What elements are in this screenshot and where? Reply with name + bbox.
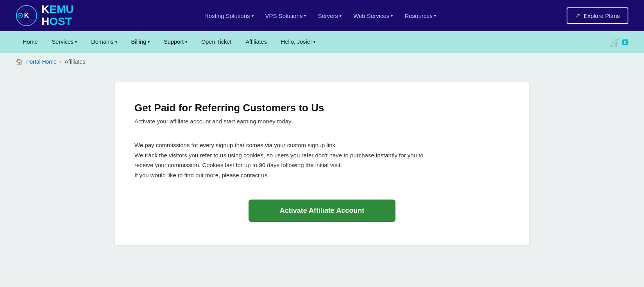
- breadcrumb: 🏠 Portal Home › Affiliates: [0, 53, 644, 71]
- card-title: Get Paid for Referring Customers to Us: [134, 102, 510, 114]
- chevron-down-icon: ▾: [313, 31, 315, 53]
- chevron-down-icon: ▾: [304, 14, 306, 18]
- card-body: We pay commissions for every signup that…: [134, 140, 510, 180]
- chevron-down-icon: ▾: [391, 14, 393, 18]
- chevron-down-icon: ▾: [340, 14, 342, 18]
- nav-resources[interactable]: Resources ▾: [404, 12, 436, 19]
- chevron-down-icon: ▾: [434, 14, 436, 18]
- chevron-down-icon: ▾: [115, 31, 117, 53]
- nav-vps-solutions[interactable]: VPS Solutions ▾: [265, 12, 306, 19]
- cart-area[interactable]: 🛒 0: [610, 37, 628, 47]
- nav-hosting-solutions[interactable]: Hosting Solutions ▾: [204, 12, 254, 19]
- svg-text:K: K: [24, 12, 29, 20]
- sec-nav-open-ticket[interactable]: Open Ticket: [194, 31, 238, 53]
- sec-nav-billing[interactable]: Billing ▾: [124, 31, 157, 53]
- breadcrumb-separator: ›: [60, 59, 62, 65]
- body-line-2: We track the visitors you refer to us us…: [134, 150, 510, 160]
- breadcrumb-current: Affiliates: [64, 59, 85, 65]
- cart-badge: 0: [622, 39, 628, 45]
- external-link-icon: ↗: [575, 12, 580, 19]
- chevron-down-icon: ▾: [148, 31, 150, 53]
- sec-nav-services[interactable]: Services ▾: [45, 31, 84, 53]
- sec-nav-home[interactable]: Home: [16, 31, 45, 53]
- affiliate-card: Get Paid for Referring Customers to Us A…: [115, 82, 529, 245]
- body-line-1: We pay commissions for every signup that…: [134, 140, 510, 150]
- explore-plans-button[interactable]: ↗ Explore Plans: [567, 7, 628, 24]
- body-line-3: receive your commission. Cookies last fo…: [134, 160, 510, 170]
- chevron-down-icon: ▾: [252, 14, 254, 18]
- sec-nav-domains[interactable]: Domains ▾: [84, 31, 124, 53]
- sec-nav-affiliates[interactable]: Affiliates: [238, 31, 274, 53]
- activate-affiliate-button[interactable]: Activate Affiliate Account: [249, 200, 396, 222]
- chevron-down-icon: ▾: [185, 31, 187, 53]
- sec-menu: Home Services ▾ Domains ▾ Billing ▾ Supp…: [16, 31, 322, 53]
- main-content: Get Paid for Referring Customers to Us A…: [0, 71, 644, 287]
- logo-icon: K: [16, 5, 38, 27]
- chevron-down-icon: ▾: [75, 31, 77, 53]
- sec-nav-hello-josie[interactable]: Hello, Josie! ▾: [274, 31, 322, 53]
- brand-name: KEMU HOST: [41, 4, 73, 28]
- nav-servers[interactable]: Servers ▾: [318, 12, 342, 19]
- secondary-navigation: Home Services ▾ Domains ▾ Billing ▾ Supp…: [0, 31, 644, 53]
- home-icon: 🏠: [16, 58, 23, 65]
- nav-web-services[interactable]: Web Services ▾: [353, 12, 393, 19]
- card-subtitle: Activate your affiliate account and star…: [134, 118, 510, 125]
- logo[interactable]: K KEMU HOST: [16, 4, 73, 28]
- top-navigation: K KEMU HOST Hosting Solutions ▾ VPS Solu…: [0, 0, 644, 31]
- svg-point-4: [20, 15, 21, 16]
- sec-nav-support[interactable]: Support ▾: [157, 31, 194, 53]
- top-menu: Hosting Solutions ▾ VPS Solutions ▾ Serv…: [204, 12, 436, 19]
- body-line-4: If you would like to find out more, plea…: [134, 170, 510, 180]
- cart-icon: 🛒: [610, 37, 620, 47]
- breadcrumb-home-link[interactable]: Portal Home: [26, 59, 57, 65]
